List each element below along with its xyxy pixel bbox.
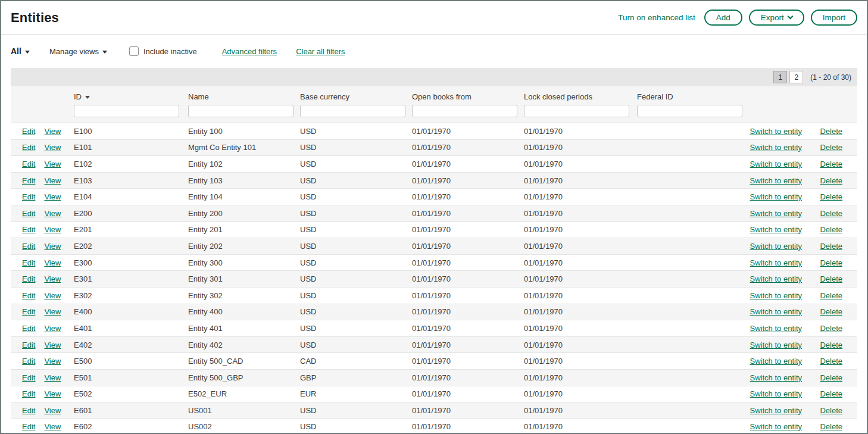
delete-link[interactable]: Delete [820,406,842,415]
page-button-2[interactable]: 2 [789,71,803,83]
edit-link[interactable]: Edit [22,127,35,136]
pagination-strip: 1 2 (1 - 20 of 30) [11,68,857,86]
column-header-lock-closed[interactable]: Lock closed periods [524,92,637,101]
switch-to-entity-link[interactable]: Switch to entity [750,160,802,168]
edit-link[interactable]: Edit [22,258,35,267]
delete-link[interactable]: Delete [820,258,842,267]
delete-link[interactable]: Delete [820,143,842,152]
edit-link[interactable]: Edit [22,373,35,382]
switch-to-entity-link[interactable]: Switch to entity [750,225,802,234]
switch-to-entity-link[interactable]: Switch to entity [750,341,802,349]
filter-input-federal-id[interactable] [637,105,742,117]
edit-link[interactable]: Edit [22,406,35,415]
column-header-base-currency[interactable]: Base currency [300,92,412,101]
edit-link[interactable]: Edit [22,160,35,168]
edit-link[interactable]: Edit [22,389,35,398]
view-link[interactable]: View [44,373,61,382]
view-link[interactable]: View [44,406,61,415]
view-link[interactable]: View [44,160,61,168]
manage-views-dropdown[interactable]: Manage views [49,47,107,56]
switch-to-entity-link[interactable]: Switch to entity [750,192,802,201]
advanced-filters-link[interactable]: Advanced filters [222,47,277,56]
filter-input-open-books[interactable] [412,105,517,117]
switch-to-entity-link[interactable]: Switch to entity [750,324,802,333]
switch-to-entity-link[interactable]: Switch to entity [750,389,802,398]
edit-link[interactable]: Edit [22,324,35,333]
delete-link[interactable]: Delete [820,307,842,316]
delete-link[interactable]: Delete [820,274,842,283]
view-link[interactable]: View [44,274,61,283]
include-inactive-checkbox[interactable] [129,46,139,56]
edit-link[interactable]: Edit [22,357,35,366]
view-link[interactable]: View [44,143,61,152]
export-button[interactable]: Export [749,10,804,26]
edit-link[interactable]: Edit [22,192,35,201]
switch-to-entity-link[interactable]: Switch to entity [750,357,802,366]
delete-link[interactable]: Delete [820,242,842,251]
view-link[interactable]: View [44,357,61,366]
view-link[interactable]: View [44,324,61,333]
edit-link[interactable]: Edit [22,422,35,431]
page-button-1[interactable]: 1 [773,71,787,83]
edit-link[interactable]: Edit [22,176,35,185]
edit-link[interactable]: Edit [22,209,35,218]
view-link[interactable]: View [44,422,61,431]
delete-link[interactable]: Delete [820,225,842,234]
view-link[interactable]: View [44,389,61,398]
delete-link[interactable]: Delete [820,357,842,366]
column-header-name[interactable]: Name [188,92,300,101]
view-link[interactable]: View [44,176,61,185]
edit-link[interactable]: Edit [22,242,35,251]
enhanced-list-link[interactable]: Turn on enhanced list [618,13,695,22]
edit-link[interactable]: Edit [22,225,35,234]
view-link[interactable]: View [44,242,61,251]
edit-link[interactable]: Edit [22,307,35,316]
delete-link[interactable]: Delete [820,176,842,185]
filter-input-base-currency[interactable] [300,105,405,117]
edit-link[interactable]: Edit [22,143,35,152]
delete-link[interactable]: Delete [820,209,842,218]
column-header-open-books[interactable]: Open books from [412,92,524,101]
filter-input-id[interactable] [74,105,179,117]
switch-to-entity-link[interactable]: Switch to entity [750,422,802,431]
view-link[interactable]: View [44,258,61,267]
switch-to-entity-link[interactable]: Switch to entity [750,373,802,382]
delete-link[interactable]: Delete [820,291,842,300]
view-selector-dropdown[interactable]: All [11,46,30,56]
switch-to-entity-link[interactable]: Switch to entity [750,176,802,185]
view-link[interactable]: View [44,127,61,136]
delete-link[interactable]: Delete [820,127,842,136]
switch-to-entity-link[interactable]: Switch to entity [750,258,802,267]
delete-link[interactable]: Delete [820,192,842,201]
delete-link[interactable]: Delete [820,324,842,333]
filter-input-lock-closed[interactable] [524,105,629,117]
delete-link[interactable]: Delete [820,341,842,349]
switch-to-entity-link[interactable]: Switch to entity [750,209,802,218]
switch-to-entity-link[interactable]: Switch to entity [750,307,802,316]
switch-to-entity-link[interactable]: Switch to entity [750,143,802,152]
view-link[interactable]: View [44,209,61,218]
delete-link[interactable]: Delete [820,373,842,382]
edit-link[interactable]: Edit [22,291,35,300]
edit-link[interactable]: Edit [22,274,35,283]
filter-input-name[interactable] [188,105,294,117]
edit-link[interactable]: Edit [22,341,35,349]
column-header-federal-id[interactable]: Federal ID [637,92,750,101]
switch-to-entity-link[interactable]: Switch to entity [750,242,802,251]
delete-link[interactable]: Delete [820,422,842,431]
add-button[interactable]: Add [704,10,742,26]
switch-to-entity-link[interactable]: Switch to entity [750,274,802,283]
import-button[interactable]: Import [811,10,857,26]
view-link[interactable]: View [44,192,61,201]
delete-link[interactable]: Delete [820,389,842,398]
view-link[interactable]: View [44,341,61,349]
view-link[interactable]: View [44,291,61,300]
switch-to-entity-link[interactable]: Switch to entity [750,406,802,415]
view-link[interactable]: View [44,307,61,316]
clear-all-filters-link[interactable]: Clear all filters [296,47,345,56]
view-link[interactable]: View [44,225,61,234]
delete-link[interactable]: Delete [820,160,842,168]
switch-to-entity-link[interactable]: Switch to entity [750,127,802,136]
column-header-id[interactable]: ID [74,92,188,101]
switch-to-entity-link[interactable]: Switch to entity [750,291,802,300]
